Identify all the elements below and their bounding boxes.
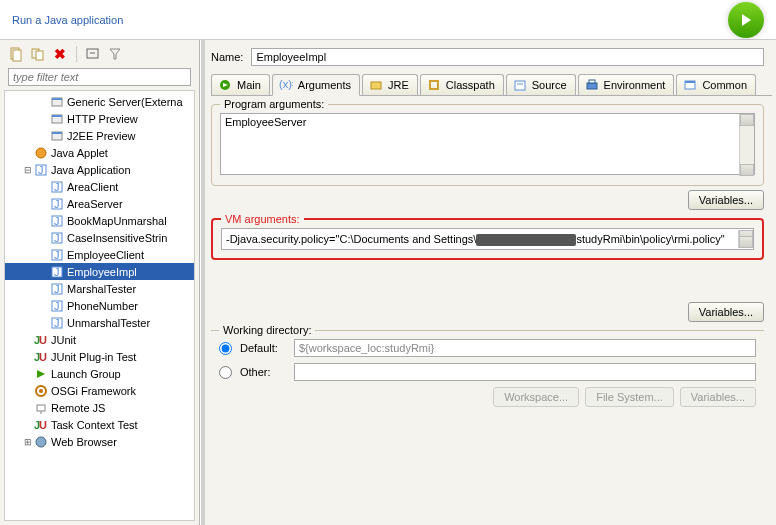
tree-item[interactable]: Remote JS (5, 399, 194, 416)
program-args-input[interactable]: EmployeeServer (220, 113, 755, 175)
working-dir-label: Working directory: (219, 324, 315, 336)
tree-item-label: MarshalTester (67, 283, 136, 295)
javarun-icon: J (49, 179, 65, 195)
tree-item[interactable]: Launch Group (5, 365, 194, 382)
tab-icon (218, 78, 232, 92)
svg-rect-11 (52, 132, 62, 134)
tabs-bar: Main(x)=ArgumentsJREClasspathSourceEnvir… (211, 74, 772, 96)
workspace-button: Workspace... (493, 387, 579, 407)
tab-main[interactable]: Main (211, 74, 270, 95)
tree-item-label: OSGi Framework (51, 385, 136, 397)
tree-item[interactable]: Generic Server(Externa (5, 93, 194, 110)
tree-item[interactable]: JAreaServer (5, 195, 194, 212)
wd-other-radio[interactable] (219, 366, 232, 379)
program-args-label: Program arguments: (220, 98, 328, 110)
tab-icon (585, 78, 599, 92)
svg-text:J: J (54, 249, 60, 261)
tab-label: Main (237, 79, 261, 91)
wd-other-input[interactable] (294, 363, 756, 381)
tab-jre[interactable]: JRE (362, 74, 418, 95)
javarun-icon: J (49, 264, 65, 280)
wd-default-radio[interactable] (219, 342, 232, 355)
tree-item-label: Remote JS (51, 402, 105, 414)
svg-point-43 (36, 437, 46, 447)
svg-text:J: J (54, 266, 60, 278)
applet-icon (33, 145, 49, 161)
content: ✖ Generic Server(ExternaHTTP PreviewJ2EE… (0, 40, 776, 525)
launch-icon (33, 366, 49, 382)
filter-icon[interactable] (107, 46, 123, 62)
right-scrollbar (201, 40, 205, 525)
tree-item[interactable]: JUnmarshalTester (5, 314, 194, 331)
tree-item[interactable]: ⊟JJava Application (5, 161, 194, 178)
javarun-icon: J (49, 315, 65, 331)
tree-item[interactable]: JPhoneNumber (5, 297, 194, 314)
tab-arguments[interactable]: (x)=Arguments (272, 74, 360, 96)
tree-item[interactable]: OSGi Framework (5, 382, 194, 399)
tree-item-label: Java Applet (51, 147, 108, 159)
tab-common[interactable]: Common (676, 74, 756, 95)
tab-label: Arguments (298, 79, 351, 91)
tab-icon: (x)= (279, 78, 293, 92)
separator (76, 46, 77, 62)
filter-input[interactable] (8, 68, 191, 86)
tree-item[interactable]: JEmployeeImpl (5, 263, 194, 280)
left-toolbar: ✖ (4, 46, 195, 68)
svg-point-38 (39, 389, 43, 393)
wd-variables-button: Variables... (680, 387, 756, 407)
svg-rect-39 (37, 405, 45, 411)
delete-config-icon[interactable]: ✖ (52, 46, 68, 62)
collapse-icon[interactable] (85, 46, 101, 62)
tree-item-label: UnmarshalTester (67, 317, 150, 329)
program-args-group: Program arguments: EmployeeServer (211, 104, 764, 186)
svg-rect-1 (13, 50, 21, 61)
tree-item[interactable]: HTTP Preview (5, 110, 194, 127)
osgi-icon (33, 383, 49, 399)
scrollbar[interactable] (739, 114, 754, 176)
tree-item[interactable]: JUJUnit Plug-in Test (5, 348, 194, 365)
svg-text:(x)=: (x)= (279, 78, 293, 90)
tree-item[interactable]: ⊞Web Browser (5, 433, 194, 450)
config-tree[interactable]: Generic Server(ExternaHTTP PreviewJ2EE P… (4, 90, 195, 521)
tab-icon (369, 78, 383, 92)
tab-source[interactable]: Source (506, 74, 576, 95)
scrollbar[interactable] (738, 230, 753, 248)
vm-args-input[interactable]: -Djava.security.policy="C:\Documents and… (221, 228, 754, 250)
program-args-variables-button[interactable]: Variables... (688, 190, 764, 210)
tree-item[interactable]: JAreaClient (5, 178, 194, 195)
tree-item-label: Launch Group (51, 368, 121, 380)
tree-item[interactable]: Java Applet (5, 144, 194, 161)
tree-item[interactable]: JCaseInsensitiveStrin (5, 229, 194, 246)
tree-item[interactable]: J2EE Preview (5, 127, 194, 144)
tab-label: Environment (604, 79, 666, 91)
wd-default-input[interactable] (294, 339, 756, 357)
svg-text:U: U (39, 334, 47, 346)
tree-item[interactable]: JUJUnit (5, 331, 194, 348)
header: Run a Java application (0, 0, 776, 40)
tree-item[interactable]: JEmployeeClient (5, 246, 194, 263)
svg-text:J: J (54, 215, 60, 227)
name-input[interactable] (251, 48, 764, 66)
tree-item-label: Java Application (51, 164, 131, 176)
tree-item[interactable]: JUTask Context Test (5, 416, 194, 433)
duplicate-config-icon[interactable] (30, 46, 46, 62)
tab-label: JRE (388, 79, 409, 91)
javarun-icon: J (49, 298, 65, 314)
svg-text:J: J (54, 232, 60, 244)
run-button[interactable] (728, 2, 764, 38)
tree-item-label: PhoneNumber (67, 300, 138, 312)
tab-environment[interactable]: Environment (578, 74, 675, 95)
wd-default-label: Default: (240, 342, 288, 354)
server-icon (49, 94, 65, 110)
tree-item-label: J2EE Preview (67, 130, 135, 142)
new-config-icon[interactable] (8, 46, 24, 62)
name-label: Name: (211, 51, 243, 63)
server-icon (49, 111, 65, 127)
tab-classpath[interactable]: Classpath (420, 74, 504, 95)
tree-item[interactable]: JMarshalTester (5, 280, 194, 297)
tree-item[interactable]: JBookMapUnmarshal (5, 212, 194, 229)
svg-text:J: J (54, 283, 60, 295)
svg-text:J: J (54, 181, 60, 193)
vm-args-variables-button[interactable]: Variables... (688, 302, 764, 322)
svg-rect-7 (52, 98, 62, 100)
